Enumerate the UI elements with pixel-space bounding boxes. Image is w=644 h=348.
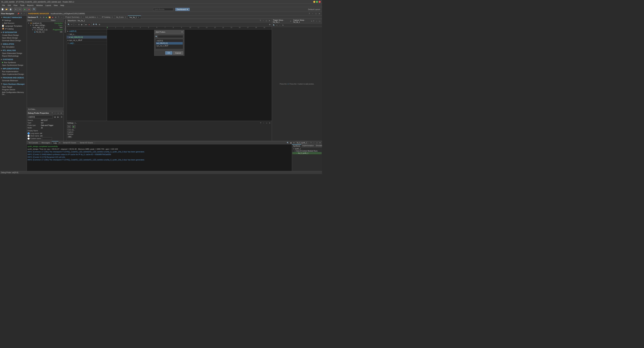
menu-view[interactable]: View — [52, 4, 59, 7]
toolbar-search[interactable]: 🔍 — [32, 7, 36, 11]
waveform-zoom-out-icon[interactable]: 🔍 — [95, 23, 98, 26]
synthesis-toggle[interactable]: SYNTHESIS — [0, 58, 27, 61]
probe-name-input[interactable] — [28, 116, 53, 118]
debug-probe-maximize[interactable]: □ — [57, 112, 60, 114]
nav-report-methodology[interactable]: Report Methodology — [0, 55, 27, 57]
dashboard-button[interactable]: Dashboard ▼ — [175, 8, 190, 11]
toolbar-open[interactable]: 📂 — [5, 7, 8, 11]
nav-open-implemented[interactable]: Open Implemented Design — [0, 73, 27, 75]
close-ila0-veo-icon[interactable]: ✕ — [125, 16, 126, 18]
toolbar-undo[interactable]: ↩ — [14, 7, 18, 11]
implementation-toggle[interactable]: IMPLEMENTATION — [0, 67, 27, 70]
hw-tree-hwila[interactable]: ◆ hw_ila_1 () Idle — [27, 31, 63, 33]
minimize-button[interactable] — [313, 1, 315, 3]
rtl-toggle[interactable]: RTL ANALYSIS — [0, 49, 27, 52]
waveform-maximize[interactable]: □ — [265, 19, 268, 22]
dashboard-options-label[interactable]: Dashboard Options — [64, 19, 66, 33]
project-manager-toggle[interactable]: PROJECT MANAGER — [0, 16, 27, 19]
waveform-minimize[interactable]: − — [262, 19, 265, 22]
dialog-ok-button[interactable]: OK — [165, 51, 172, 55]
hw-fast-forward-icon[interactable]: ⏩ — [48, 16, 51, 18]
nav-program-device[interactable]: Program Device — [0, 88, 27, 91]
probe-back-icon[interactable]: ◀ — [54, 116, 56, 118]
hw-gear-icon[interactable]: ⚙ — [54, 16, 57, 18]
tab-serial-io-1[interactable]: Serial I/O Scans — [61, 141, 78, 144]
close-button[interactable] — [319, 1, 321, 3]
simulation-toggle[interactable]: SIMULATION — [0, 42, 27, 45]
synth-sub-tab-synthesis[interactable]: Synthesis — [292, 144, 301, 147]
nav-add-sources[interactable]: +Add Sources — [0, 22, 27, 24]
custom-name-input[interactable] — [42, 137, 52, 140]
trigger-minus-icon[interactable]: − — [278, 24, 281, 26]
nav-generate-bitstream[interactable]: Generate Bitstream — [0, 79, 27, 82]
nav-open-target[interactable]: Open Target — [0, 86, 27, 88]
settings-run-icon[interactable]: ▶ — [72, 125, 76, 128]
short-name-radio[interactable] — [28, 135, 30, 137]
close-ip-catalog-icon[interactable]: ✕ — [112, 16, 113, 18]
close-project-summary-icon[interactable]: ✕ — [80, 16, 82, 18]
close-log-icon[interactable]: ✕ — [58, 141, 61, 144]
log-minimize[interactable]: − — [312, 141, 315, 144]
tab-tcl-console[interactable]: Tcl Console — [27, 141, 40, 144]
tab-log[interactable]: Log — [52, 141, 58, 144]
synth-tree-item-synth1[interactable]: ▼ synth_1 — [292, 148, 322, 150]
hw-run-icon[interactable]: ▶ — [45, 16, 48, 18]
hw-manager-maximize[interactable]: □ — [314, 12, 317, 15]
probe-item-cnt[interactable]: cnt[25:0] — [156, 39, 183, 42]
nav-add-config-memory[interactable]: Add Configuration Memory De... — [0, 91, 27, 96]
nav-run-simulation[interactable]: Run Simulation — [0, 45, 27, 48]
hw-manager-help[interactable]: ? — [308, 12, 310, 15]
quick-access-input[interactable] — [153, 8, 173, 11]
menu-edit[interactable]: Edit — [6, 4, 12, 7]
hw-manager-close[interactable]: ✕ — [318, 12, 321, 15]
trigger-refresh-icon[interactable]: ↻ — [282, 24, 284, 26]
close-led-twinkle-icon[interactable]: ✕ — [97, 16, 98, 18]
settings-refresh-icon[interactable]: ↻ — [68, 125, 71, 128]
waveform-minus-icon[interactable]: − — [74, 23, 77, 26]
program-toggle[interactable]: PROGRAM AND DEBUG — [0, 76, 27, 79]
synth-tree-item-ila0synth1[interactable]: ✓ ila_0_synth_1 — [292, 152, 322, 154]
waveform-zoom-fit-icon[interactable]: ⊞ — [98, 23, 101, 26]
dialog-close-icon[interactable]: ✕ — [181, 31, 183, 33]
nav-settings[interactable]: ⚙Settings — [0, 19, 27, 22]
menu-file[interactable]: File — [1, 4, 6, 7]
hw-settings-icon[interactable]: ⚙ — [42, 16, 45, 18]
waveform-help[interactable]: ? — [259, 19, 262, 22]
toolbar-run[interactable]: ▶ — [23, 7, 27, 11]
log-settings-icon[interactable]: ⚙ — [292, 141, 295, 144]
menu-window[interactable]: Window — [35, 4, 44, 7]
hw-tree-xc7z020[interactable]: ▼ ⬛ xc7z020_1 (1) Programmed — [27, 29, 63, 31]
synth-sub-tab-simulation[interactable]: Simulation — [315, 144, 322, 147]
nav-generate-block[interactable]: Generate Block Design — [0, 39, 27, 42]
nav-open-elaborated[interactable]: Open Elaborated Design — [0, 52, 27, 55]
settings-maximize[interactable]: □ — [265, 122, 268, 124]
hw-tree-xilinx[interactable]: ▼ 🔌 xilinx_tcf/Digi... Open — [27, 24, 63, 26]
toolbar-save[interactable]: 💾 — [9, 7, 12, 11]
custom-name-radio[interactable] — [28, 137, 30, 140]
long-name-radio[interactable] — [28, 132, 30, 134]
tab-led-twinkle[interactable]: led_twinkle.v ✕ — [84, 15, 100, 18]
log-close[interactable]: ✕ — [319, 141, 321, 144]
probe-forward-icon[interactable]: ▶ — [57, 116, 60, 118]
debug-probe-close[interactable]: ✕ — [60, 112, 62, 114]
tab-project-summary[interactable]: Project Summary ✕ — [64, 15, 84, 18]
menu-layout[interactable]: Layout — [44, 4, 52, 7]
maximize-button[interactable] — [316, 1, 318, 3]
tab-serial-io-2[interactable]: Serial I/O Scans — [78, 141, 95, 144]
trigger-help[interactable]: ? — [312, 20, 315, 22]
probe-item-ledobuf[interactable]: led_OBUF[1:0] — [156, 42, 183, 44]
tab-messages[interactable]: Messages — [40, 141, 52, 144]
ip-integrator-toggle[interactable]: IP INTEGRATOR — [0, 31, 27, 34]
menu-tools[interactable]: Tools — [19, 4, 26, 7]
hw-tree-armdap[interactable]: □ arm_dap_0 (1) N/A — [27, 26, 63, 29]
nav-open-synthesized[interactable]: Open Synthesized Design — [0, 64, 27, 66]
nav-ip-catalog[interactable]: 📦IP Catalog — [0, 27, 27, 30]
menu-help[interactable]: Help — [59, 4, 66, 7]
nav-language-templates[interactable]: 📝Language Templates — [0, 24, 27, 27]
hw-manager-toggle[interactable]: Open Hardware Manager — [0, 82, 27, 86]
log-help[interactable]: ? — [310, 141, 312, 144]
trigger-add-icon[interactable]: + — [276, 24, 278, 26]
toolbar-stop[interactable]: ■ — [27, 7, 31, 11]
hw-refresh-icon[interactable]: ↻ — [39, 16, 42, 18]
flow-nav-pin[interactable]: 📌 — [17, 12, 20, 15]
